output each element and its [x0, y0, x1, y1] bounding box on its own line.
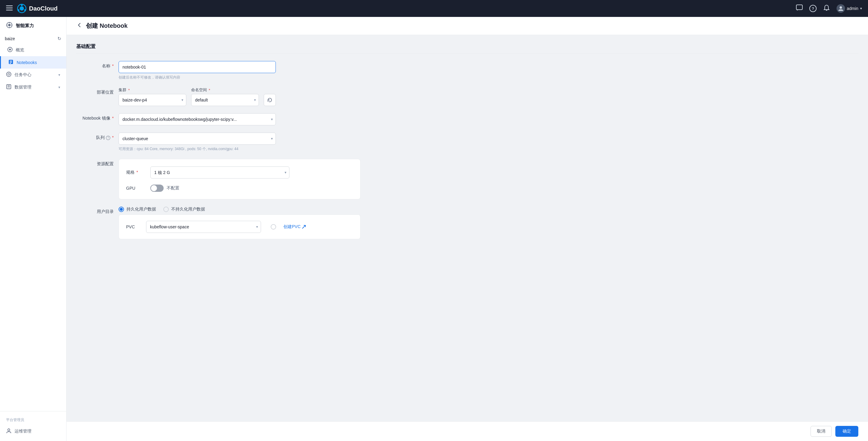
sidebar-item-label: 概览: [16, 47, 24, 53]
namespace-label: 命名空间 *: [191, 87, 259, 93]
sidebar-item-overview[interactable]: 概览: [0, 44, 66, 56]
queue-label: 队列 ? *: [76, 133, 119, 140]
svg-rect-1: [6, 7, 13, 8]
resource-row: 资源配置 规格 * 1 核 2 G 2 核 4 G: [76, 159, 858, 199]
data-icon: [6, 84, 11, 90]
image-label: Notebook 镜像 *: [76, 113, 119, 121]
pvc-row: PVC kubeflow-user-space ▾ 创建PVC: [126, 221, 353, 233]
cluster-select-wrapper: baize-dev-p4 baize-dev-p3 ▾: [119, 94, 186, 106]
svg-rect-25: [7, 86, 10, 86]
queue-help-icon[interactable]: ?: [106, 135, 112, 140]
ops-label: 运维管理: [14, 429, 31, 434]
name-hint: 创建后名称不可修改，请确认填写内容: [119, 75, 276, 80]
spec-select-wrapper: 1 核 2 G 2 核 4 G 4 核 8 G ▾: [150, 166, 289, 178]
svg-point-5: [21, 4, 23, 6]
overview-icon: [7, 47, 13, 53]
queue-select-wrapper: cluster-queue ▾: [119, 133, 276, 145]
header-left: DaoCloud: [6, 4, 58, 13]
back-button[interactable]: [76, 22, 82, 30]
sidebar: 智能算力 baize ↻ 概览: [0, 17, 66, 441]
tasks-chevron-icon: ▾: [58, 73, 60, 77]
brand-logo: DaoCloud: [17, 4, 58, 13]
persistent-label: 持久化用户数据: [126, 207, 156, 212]
svg-point-7: [18, 9, 19, 11]
queue-field: cluster-queue ▾ 可用资源：cpu: 84 Core, memor…: [119, 133, 276, 151]
cluster-group: 集群 * baize-dev-p4 baize-dev-p3 ▾: [119, 87, 186, 106]
top-header: DaoCloud ? admin ▾: [0, 0, 868, 17]
cluster-label: 集群 *: [119, 87, 186, 93]
svg-text:?: ?: [107, 136, 109, 140]
name-field: 创建后名称不可修改，请确认填写内容: [119, 61, 276, 80]
svg-rect-20: [10, 62, 12, 63]
sidebar-subsection-baize: baize ↻: [0, 34, 66, 44]
pvc-select[interactable]: kubeflow-user-space: [146, 221, 261, 233]
non-persistent-label: 不持久化用户数据: [171, 207, 205, 212]
intel-section-icon: [6, 22, 13, 30]
confirm-button[interactable]: 确定: [835, 426, 858, 437]
spec-label: 规格 *: [126, 170, 150, 175]
queue-select[interactable]: cluster-queue: [119, 133, 276, 145]
svg-point-27: [8, 429, 10, 431]
pvc-radio[interactable]: [271, 224, 276, 230]
pvc-label: PVC: [126, 225, 141, 229]
image-row: Notebook 镜像 * docker.m.daocloud.io/kubef…: [76, 113, 858, 125]
user-dir-row: 用户目录 持久化用户数据 不持久化用户数据: [76, 207, 858, 239]
persistent-radio[interactable]: [119, 207, 124, 212]
svg-point-4: [20, 6, 24, 10]
tasks-icon: [6, 72, 11, 78]
svg-point-6: [24, 9, 26, 11]
sidebar-item-label: 任务中心: [14, 72, 31, 78]
non-persistent-option[interactable]: 不持久化用户数据: [163, 207, 205, 212]
deploy-label: 部署位置: [76, 87, 119, 95]
page-title: 创建 Notebook: [86, 22, 128, 30]
cluster-select[interactable]: baize-dev-p4 baize-dev-p3: [119, 94, 186, 106]
spec-select[interactable]: 1 核 2 G 2 核 4 G 4 核 8 G: [150, 166, 289, 178]
image-field: docker.m.daocloud.io/kubeflownotebookswg…: [119, 113, 276, 125]
non-persistent-radio[interactable]: [163, 207, 169, 212]
gpu-toggle-wrapper: 不配置: [150, 184, 179, 192]
queue-hint: 可用资源：cpu: 84 Core, memory: 348Gi , pods:…: [119, 146, 276, 151]
platform-admin-label: 平台管理员: [0, 415, 66, 425]
cancel-button[interactable]: 取消: [810, 426, 832, 437]
pvc-box: PVC kubeflow-user-space ▾ 创建PVC: [119, 214, 361, 239]
svg-point-23: [8, 73, 10, 75]
name-input[interactable]: [119, 61, 276, 73]
user-chevron-icon: ▾: [860, 6, 862, 10]
gpu-status: 不配置: [167, 185, 179, 191]
sidebar-item-label: Notebooks: [17, 60, 37, 65]
namespace-select[interactable]: default kube-system: [191, 94, 259, 106]
message-icon[interactable]: [796, 4, 803, 13]
svg-rect-2: [6, 10, 13, 10]
sidebar-bottom: 平台管理员 运维管理: [0, 411, 66, 441]
svg-rect-8: [796, 5, 802, 10]
svg-point-22: [7, 72, 11, 77]
create-pvc-button[interactable]: 创建PVC: [283, 224, 306, 230]
persistent-option[interactable]: 持久化用户数据: [119, 207, 156, 212]
resource-label: 资源配置: [76, 159, 119, 167]
sidebar-section-intel[interactable]: 智能算力: [0, 17, 66, 34]
sidebar-item-notebooks[interactable]: Notebooks: [0, 56, 66, 69]
sidebar-section-title: 智能算力: [16, 23, 34, 29]
namespace-select-wrapper: default kube-system ▾: [191, 94, 259, 106]
resource-box: 规格 * 1 核 2 G 2 核 4 G 4 核 8 G ▾: [119, 159, 361, 199]
required-star: *: [112, 63, 114, 68]
deploy-field: 集群 * baize-dev-p4 baize-dev-p3 ▾: [119, 87, 276, 106]
sidebar-item-tasks[interactable]: 任务中心 ▾: [0, 69, 66, 81]
notification-icon[interactable]: [823, 4, 830, 13]
header-right: ? admin ▾: [796, 4, 862, 13]
image-select[interactable]: docker.m.daocloud.io/kubeflownotebookswg…: [119, 113, 276, 125]
deploy-refresh-button[interactable]: [264, 94, 276, 106]
user-dir-field: 持久化用户数据 不持久化用户数据 PVC: [119, 207, 858, 239]
gpu-row: GPU 不配置: [126, 184, 353, 192]
gpu-toggle[interactable]: [150, 184, 164, 192]
user-area[interactable]: admin ▾: [837, 4, 862, 13]
subsection-name: baize: [5, 36, 15, 41]
name-label: 名称 *: [76, 61, 119, 69]
help-icon[interactable]: ?: [809, 5, 816, 12]
resource-field: 规格 * 1 核 2 G 2 核 4 G 4 核 8 G ▾: [119, 159, 858, 199]
sidebar-item-data[interactable]: 数据管理 ▾: [0, 81, 66, 93]
content-area: 创建 Notebook 基础配置 名称 * 创建后名称不可修改，请确认填写内容 …: [66, 17, 868, 441]
sidebar-item-ops[interactable]: 运维管理: [0, 425, 66, 437]
hamburger-icon[interactable]: [6, 4, 13, 13]
subsection-refresh-icon[interactable]: ↻: [58, 36, 61, 41]
